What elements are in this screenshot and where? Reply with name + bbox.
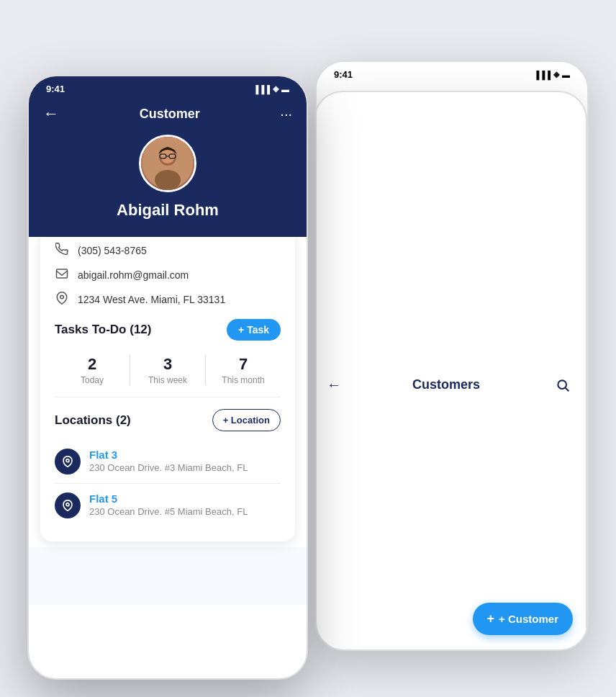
- profile-name: Abigail Rohm: [43, 201, 292, 220]
- address-contact-item: 1234 West Ave. Miami, FL 33131: [55, 292, 281, 307]
- stat-month: 7 This month: [205, 355, 281, 385]
- customer-detail-header: ← Customer ···: [29, 99, 307, 237]
- street-address: 1234 West Ave. Miami, FL 33131: [78, 294, 225, 305]
- stat-today: 2 Today: [55, 355, 130, 385]
- locations-header: Locations (2) + Location: [55, 409, 281, 431]
- stat-week: 3 This week: [130, 355, 205, 385]
- phone-number: (305) 543-8765: [78, 245, 147, 256]
- tasks-header: Tasks To-Do (12) + Task: [55, 319, 281, 341]
- email-icon: [55, 267, 69, 283]
- svg-point-10: [60, 295, 64, 299]
- svg-point-12: [66, 503, 69, 506]
- header-nav: ← Customer ···: [43, 104, 292, 123]
- svg-point-11: [66, 459, 69, 462]
- wifi-icon: ◈: [273, 84, 278, 94]
- profile-avatar: [139, 135, 196, 192]
- location-pin-icon: [55, 292, 69, 307]
- location-item-0[interactable]: Flat 3 230 Ocean Drive. #3 Miami Beach, …: [55, 440, 281, 484]
- detail-title: Customer: [140, 107, 200, 122]
- customers-list-title: Customers: [412, 377, 480, 392]
- location-item-1[interactable]: Flat 5 230 Ocean Drive. #5 Miami Beach, …: [55, 484, 281, 527]
- add-task-button[interactable]: + Task: [227, 319, 281, 341]
- front-status-icons: ▐▐▐ ◈ ▬: [253, 84, 289, 94]
- location-icon-0: [55, 449, 81, 475]
- email-contact-item: abigail.rohm@gmail.com: [55, 267, 281, 283]
- location-info-1: Flat 5 230 Ocean Drive. #5 Miami Beach, …: [89, 493, 248, 517]
- location-info-0: Flat 3 230 Ocean Drive. #3 Miami Beach, …: [89, 449, 248, 473]
- battery-icon: ▬: [281, 85, 289, 94]
- tasks-stats: 2 Today 3 This week 7 This month: [55, 349, 281, 397]
- locations-section-title: Locations (2): [55, 413, 131, 428]
- avatar-image: [141, 137, 194, 190]
- svg-rect-9: [57, 269, 68, 278]
- location-icon-1: [55, 493, 81, 518]
- svg-line-1: [566, 387, 569, 391]
- phone-icon: [55, 243, 69, 258]
- battery-icon: ▬: [562, 71, 570, 79]
- signal-icon: ▐▐▐: [253, 85, 270, 94]
- wifi-icon: ◈: [553, 70, 559, 79]
- customer-detail-phone: 9:41 ▐▐▐ ◈ ▬ ← Customer ···: [27, 75, 308, 680]
- signal-icon: ▐▐▐: [534, 71, 551, 79]
- svg-point-0: [558, 380, 566, 389]
- back-time: 9:41: [334, 69, 353, 80]
- front-time: 9:41: [46, 84, 65, 94]
- bg-pattern: [29, 547, 307, 605]
- phone-contact-item: (305) 543-8765: [55, 243, 281, 258]
- customers-list-phone: 9:41 ▐▐▐ ◈ ▬ ← Customers Customers: [315, 60, 589, 651]
- phones-container: 9:41 ▐▐▐ ◈ ▬ ← Customers Customers: [27, 32, 589, 665]
- email-address: abigail.rohm@gmail.com: [78, 269, 189, 281]
- back-status-icons: ▐▐▐ ◈ ▬: [534, 70, 570, 79]
- add-location-button[interactable]: + Location: [212, 409, 281, 431]
- front-status-bar: 9:41 ▐▐▐ ◈ ▬: [29, 76, 307, 99]
- detail-card: (305) 543-8765 abigail.rohm@gmail.com: [40, 237, 295, 541]
- search-button[interactable]: [551, 374, 574, 397]
- more-options-button[interactable]: ···: [280, 106, 292, 122]
- tasks-title: Tasks To-Do (12): [55, 323, 151, 337]
- detail-back-button[interactable]: ←: [43, 104, 59, 123]
- add-customer-button[interactable]: + + Customer: [473, 603, 573, 635]
- back-list-back-btn[interactable]: ←: [327, 377, 341, 393]
- customers-top-bar: ← Customers: [315, 91, 587, 651]
- add-customer-icon: +: [487, 611, 495, 626]
- detail-scroll-area[interactable]: (305) 543-8765 abigail.rohm@gmail.com: [29, 237, 307, 680]
- back-status-bar: 9:41 ▐▐▐ ◈ ▬: [317, 62, 587, 84]
